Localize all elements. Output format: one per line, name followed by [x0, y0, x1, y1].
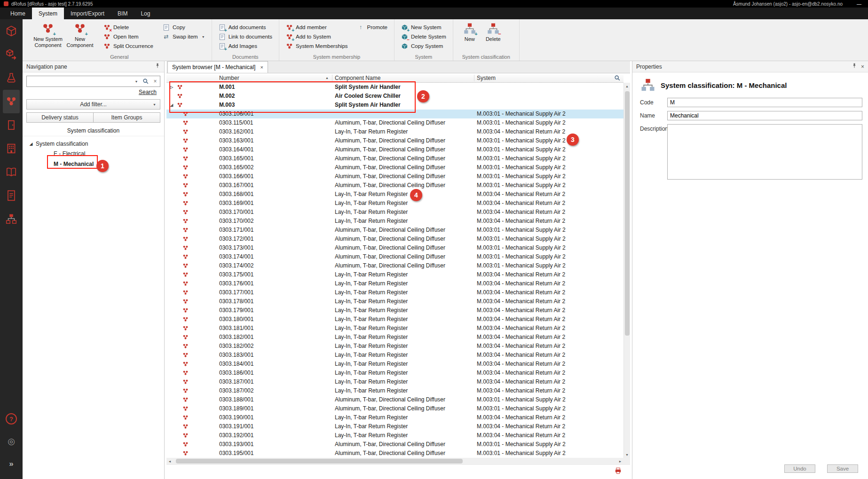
table-row[interactable]: 0303.169/001 Lay-In, T-bar Return Regist…	[166, 199, 623, 208]
table-row[interactable]: 0303.170/001 Lay-In, T-bar Return Regist…	[166, 208, 623, 217]
name-field[interactable]	[667, 111, 862, 120]
table-row[interactable]: 0303.172/001 Aluminum, T-bar, Directiona…	[166, 235, 623, 243]
menu-home[interactable]: Home	[4, 8, 32, 19]
table-row[interactable]: 0303.167/001 Aluminum, T-bar, Directiona…	[166, 181, 623, 190]
table-row[interactable]: 0303.173/001 Aluminum, T-bar, Directiona…	[166, 243, 623, 252]
save-button[interactable]: Save	[827, 464, 858, 473]
scroll-up-icon[interactable]: ▲	[624, 83, 630, 89]
column-header-system[interactable]: System	[477, 73, 496, 83]
tree-item-electrical[interactable]: E - Electrical	[28, 149, 164, 159]
row-expander-icon[interactable]: ▷	[168, 83, 175, 92]
table-row[interactable]: 0303.189/001 Aluminum, T-bar, Directiona…	[166, 404, 623, 413]
table-row[interactable]: 0303.187/001 Lay-In, T-bar Return Regist…	[166, 377, 623, 386]
table-row[interactable]: 0303.182/001 Lay-In, T-bar Return Regist…	[166, 333, 623, 342]
new-classification-button[interactable]: + New	[458, 21, 481, 44]
table-row[interactable]: 0303.180/001 Lay-In, T-bar Return Regist…	[166, 315, 623, 324]
scroll-right-icon[interactable]: ►	[617, 460, 623, 463]
expanded-icon[interactable]: ◢	[28, 141, 34, 146]
scrollbar-thumb[interactable]	[176, 459, 463, 463]
table-row[interactable]: 0303.115/001 Aluminum, T-bar, Directiona…	[166, 118, 623, 127]
menu-bim[interactable]: BIM	[111, 8, 134, 19]
row-expander-icon[interactable]: ◢	[168, 101, 175, 110]
table-row[interactable]: 0303.178/001 Lay-In, T-bar Return Regist…	[166, 297, 623, 306]
table-row[interactable]: 0303.162/001 Lay-In, T-bar Return Regist…	[166, 127, 623, 136]
code-field[interactable]	[667, 98, 862, 107]
tree-root-system-classification[interactable]: ◢ System classification	[28, 139, 164, 149]
scroll-left-icon[interactable]: ◄	[166, 460, 173, 463]
table-row[interactable]: 0303.179/001 Lay-In, T-bar Return Regist…	[166, 306, 623, 315]
table-row[interactable]: 0303.193/001 Aluminum, T-bar, Directiona…	[166, 440, 623, 449]
table-row[interactable]: 0303.174/002 Aluminum, T-bar, Directiona…	[166, 261, 623, 270]
minimize-button[interactable]: —	[854, 1, 864, 7]
menu-system[interactable]: System	[32, 8, 64, 19]
menu-import-export[interactable]: Import/Export	[64, 8, 111, 19]
new-component-button[interactable]: + New Component	[64, 21, 96, 49]
table-row[interactable]: 0303.166/001 Aluminum, T-bar, Directiona…	[166, 172, 623, 181]
table-row[interactable]: 0303.184/001 Lay-In, T-bar Return Regist…	[166, 360, 623, 369]
column-header-component-name[interactable]: Component Name	[335, 73, 380, 83]
link-to-documents-button[interactable]: Link to documents	[217, 32, 274, 41]
table-row[interactable]: 0303.106/001 M.003:01 - Mechanical Suppl…	[166, 110, 623, 118]
pin-icon[interactable]	[852, 63, 857, 70]
swap-item-button[interactable]: ⇄ Swap item ▼	[161, 32, 207, 41]
table-row[interactable]: 0303.170/002 Lay-In, T-bar Return Regist…	[166, 217, 623, 226]
table-row[interactable]: 0303.181/001 Lay-In, T-bar Return Regist…	[166, 324, 623, 333]
search-link[interactable]: Search	[139, 89, 157, 95]
copy-system-button[interactable]: Copy System	[399, 42, 448, 50]
delete-classification-button[interactable]: − Delete	[481, 21, 505, 44]
add-to-system-button[interactable]: + Add to System	[284, 32, 350, 41]
table-row[interactable]: 0303.171/001 Aluminum, T-bar, Directiona…	[166, 226, 623, 235]
system-memberships-button[interactable]: System Memberships	[284, 42, 350, 50]
horizontal-scrollbar[interactable]: ◄ ►	[166, 458, 623, 464]
table-row[interactable]: 0303.195/001 Aluminum, T-bar, Directiona…	[166, 449, 623, 458]
new-system-component-button[interactable]: + New System Component	[32, 21, 64, 49]
tab-item-groups[interactable]: Item Groups	[94, 112, 160, 123]
table-row[interactable]: ◢ M.003 Split System Air Handler	[166, 101, 623, 110]
vertical-scrollbar[interactable]: ▲ ▼	[623, 83, 630, 458]
tree-item-mechanical[interactable]: M - Mechanical	[28, 159, 164, 169]
tab-system-browser[interactable]: System browser [M - Mechanical] ×	[167, 61, 268, 73]
section-header[interactable]: System classification	[23, 126, 164, 136]
table-row[interactable]: 0303.186/001 Lay-In, T-bar Return Regist…	[166, 369, 623, 377]
table-row[interactable]: 0303.164/001 Aluminum, T-bar, Directiona…	[166, 145, 623, 154]
table-row[interactable]: ▷ M.001 Split System Air Handler	[166, 83, 623, 92]
undo-button[interactable]: Undo	[784, 464, 815, 473]
table-row[interactable]: 0303.188/001 Aluminum, T-bar, Directiona…	[166, 395, 623, 404]
table-row[interactable]: 0303.176/001 Lay-In, T-bar Return Regist…	[166, 279, 623, 288]
add-documents-button[interactable]: + Add documents	[217, 23, 274, 31]
table-row[interactable]: 0303.190/001 Lay-In, T-bar Return Regist…	[166, 413, 623, 422]
scrollbar-thumb[interactable]	[625, 91, 630, 336]
copy-button[interactable]: Copy	[161, 23, 207, 31]
box-icon[interactable]	[3, 19, 20, 43]
scroll-down-icon[interactable]: ▼	[624, 451, 630, 458]
delete-button[interactable]: × Delete	[102, 23, 155, 31]
table-row[interactable]: 0303.165/001 Aluminum, T-bar, Directiona…	[166, 154, 623, 163]
clear-search-icon[interactable]: ×	[150, 78, 160, 85]
add-filter-button[interactable]: Add filter... ▼	[26, 99, 160, 110]
table-row[interactable]: 0303.187/002 Lay-In, T-bar Return Regist…	[166, 386, 623, 395]
table-row[interactable]: 0303.174/001 Aluminum, T-bar, Directiona…	[166, 252, 623, 261]
chevron-down-icon[interactable]: ▼	[132, 80, 141, 83]
split-occurrence-button[interactable]: Split Occurrence	[102, 42, 155, 50]
table-row[interactable]: M.002 Air Cooled Screw Chiller	[166, 92, 623, 101]
table-row[interactable]: 0303.192/001 Lay-In, T-bar Return Regist…	[166, 431, 623, 440]
printer-icon[interactable]	[615, 467, 622, 476]
table-row[interactable]: 0303.175/001 Lay-In, T-bar Return Regist…	[166, 270, 623, 279]
search-icon[interactable]	[141, 78, 150, 85]
table-row[interactable]: 0303.177/001 Lay-In, T-bar Return Regist…	[166, 288, 623, 297]
menu-log[interactable]: Log	[134, 8, 157, 19]
table-row[interactable]: 0303.191/001 Lay-In, T-bar Return Regist…	[166, 422, 623, 431]
tab-delivery-status[interactable]: Delivery status	[26, 112, 94, 123]
table-row[interactable]: 0303.163/001 Aluminum, T-bar, Directiona…	[166, 136, 623, 145]
column-header-number[interactable]: Number	[219, 73, 239, 83]
table-row[interactable]: 0303.183/001 Lay-In, T-bar Return Regist…	[166, 351, 623, 360]
add-images-button[interactable]: + Add Images	[217, 42, 274, 50]
search-icon[interactable]	[614, 75, 621, 83]
close-icon[interactable]: ×	[861, 63, 864, 70]
search-input[interactable]	[27, 78, 132, 85]
open-item-button[interactable]: Open Item	[102, 32, 155, 41]
add-member-button[interactable]: + Add member	[284, 23, 350, 31]
pin-icon[interactable]	[155, 63, 160, 70]
promote-button[interactable]: ↑ Promote	[355, 23, 389, 31]
description-field[interactable]	[667, 124, 862, 180]
